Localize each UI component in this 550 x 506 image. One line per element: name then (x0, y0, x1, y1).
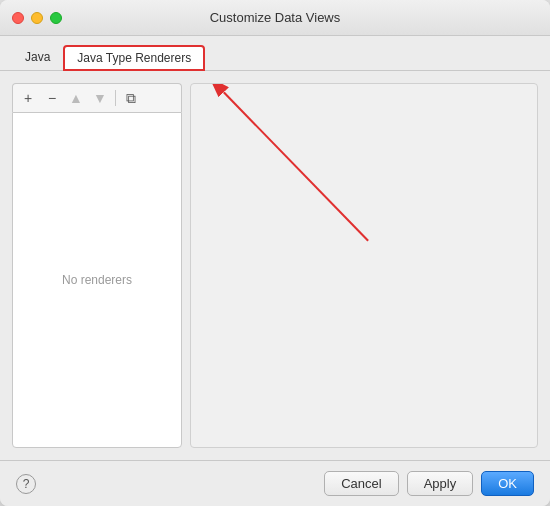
maximize-button[interactable] (50, 12, 62, 24)
content-area: + − ▲ ▼ ⧉ No renderers (0, 71, 550, 460)
svg-line-1 (224, 92, 368, 241)
minimize-button[interactable] (31, 12, 43, 24)
close-button[interactable] (12, 12, 24, 24)
renderers-list[interactable]: No renderers (12, 112, 182, 448)
window-title: Customize Data Views (210, 10, 341, 25)
move-down-button[interactable]: ▼ (89, 88, 111, 108)
tabs-bar: Java Java Type Renderers (0, 36, 550, 71)
arrow-annotation (191, 84, 537, 447)
toolbar-divider (115, 90, 116, 106)
footer-right: Cancel Apply OK (324, 471, 534, 496)
help-button[interactable]: ? (16, 474, 36, 494)
move-up-button[interactable]: ▲ (65, 88, 87, 108)
main-window: Customize Data Views Java Java Type Rend… (0, 0, 550, 506)
right-panel (190, 83, 538, 448)
footer-left: ? (16, 474, 36, 494)
apply-button[interactable]: Apply (407, 471, 474, 496)
left-panel: + − ▲ ▼ ⧉ No renderers (12, 83, 182, 448)
cancel-button[interactable]: Cancel (324, 471, 398, 496)
traffic-lights (12, 12, 62, 24)
add-button[interactable]: + (17, 88, 39, 108)
empty-message: No renderers (62, 273, 132, 287)
tab-java-type-renderers[interactable]: Java Type Renderers (63, 45, 205, 71)
tab-java[interactable]: Java (12, 45, 63, 71)
remove-button[interactable]: − (41, 88, 63, 108)
copy-button[interactable]: ⧉ (120, 88, 142, 108)
list-toolbar: + − ▲ ▼ ⧉ (12, 83, 182, 112)
ok-button[interactable]: OK (481, 471, 534, 496)
footer: ? Cancel Apply OK (0, 460, 550, 506)
title-bar: Customize Data Views (0, 0, 550, 36)
